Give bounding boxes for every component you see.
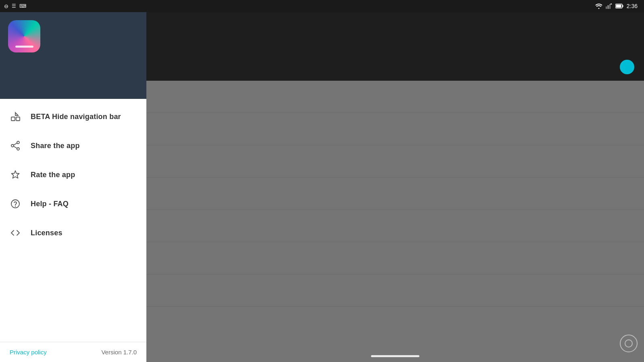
main-header	[146, 12, 644, 81]
beta-hide-nav-label: BETA Hide navigation bar	[31, 113, 121, 121]
version-text: Version 1.7.0	[101, 349, 137, 356]
main-content	[146, 12, 644, 362]
sidebar-item-beta-hide-nav[interactable]: BETA Hide navigation bar	[0, 102, 146, 131]
svg-point-10	[17, 141, 19, 144]
signal-icon	[606, 3, 612, 9]
status-time: 2:36	[627, 3, 638, 9]
app-icon	[8, 20, 40, 52]
rate-app-label: Rate the app	[31, 171, 75, 179]
svg-point-0	[598, 8, 599, 9]
svg-rect-1	[606, 6, 607, 9]
wifi-icon	[595, 3, 602, 9]
minimize-icon: ⊖	[4, 3, 8, 9]
licenses-label: Licenses	[31, 229, 63, 237]
sidebar-item-licenses[interactable]: Licenses	[0, 218, 146, 247]
sidebar-footer: Privacy policy Version 1.7.0	[0, 342, 146, 362]
svg-point-16	[15, 206, 16, 207]
sidebar-item-help-faq[interactable]: Help - FAQ	[0, 189, 146, 218]
share-icon	[10, 140, 21, 151]
status-bar-left-icons: ⊖ ☰ ⌨	[4, 3, 26, 9]
svg-rect-8	[11, 117, 15, 121]
teal-dot-button[interactable]	[620, 60, 634, 74]
bottom-nav-indicator	[371, 355, 419, 357]
status-bar-right-icons: 2:36	[595, 3, 638, 9]
taskbar-icon: ☰	[12, 3, 16, 9]
help-faq-label: Help - FAQ	[31, 200, 69, 208]
content-row-1	[146, 81, 644, 113]
content-rows	[146, 81, 644, 307]
status-bar: ⊖ ☰ ⌨ 2:36	[0, 0, 644, 12]
svg-line-13	[14, 143, 17, 145]
content-row-3	[146, 145, 644, 178]
sidebar: BETA Hide navigation bar Share the app	[0, 12, 146, 362]
svg-point-11	[17, 148, 19, 150]
sidebar-item-share-app[interactable]: Share the app	[0, 131, 146, 160]
privacy-policy-link[interactable]: Privacy policy	[10, 349, 47, 356]
sidebar-header	[0, 12, 146, 99]
svg-rect-5	[622, 5, 623, 7]
shapes-icon	[10, 111, 21, 122]
svg-rect-6	[616, 5, 621, 8]
battery-icon	[615, 4, 623, 8]
keyboard-icon: ⌨	[19, 3, 26, 9]
svg-line-14	[14, 146, 17, 149]
code-icon	[10, 227, 21, 239]
content-row-6	[146, 242, 644, 274]
help-icon	[10, 198, 21, 209]
content-row-7	[146, 274, 644, 307]
svg-rect-3	[609, 4, 611, 9]
svg-rect-9	[16, 117, 20, 121]
float-button-right[interactable]	[620, 335, 638, 352]
content-row-2	[146, 113, 644, 145]
sidebar-menu: BETA Hide navigation bar Share the app	[0, 99, 146, 342]
star-icon	[10, 169, 21, 180]
share-app-label: Share the app	[31, 142, 80, 150]
svg-point-12	[11, 144, 14, 147]
content-row-4	[146, 178, 644, 210]
sidebar-item-rate-app[interactable]: Rate the app	[0, 160, 146, 189]
content-row-5	[146, 210, 644, 242]
svg-rect-2	[607, 5, 609, 9]
svg-point-7	[625, 340, 632, 347]
